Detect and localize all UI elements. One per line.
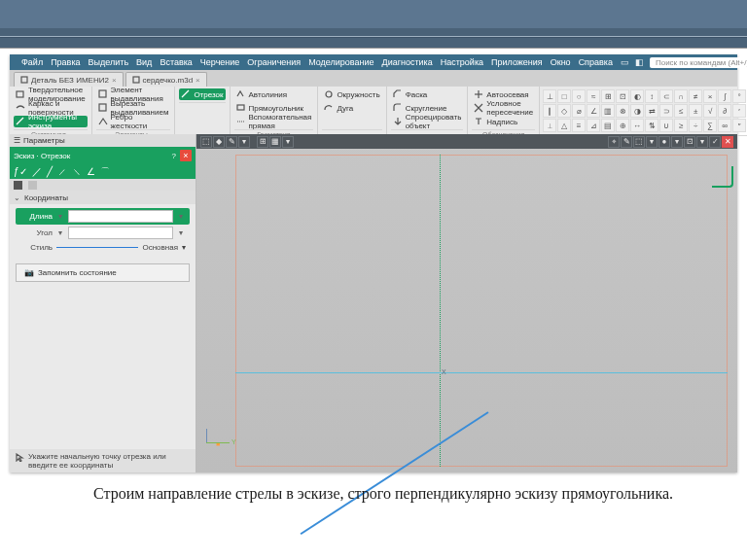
dropdown-icon[interactable]: ▾	[182, 243, 186, 252]
tab-close-icon[interactable]: ×	[196, 76, 200, 85]
menu-item[interactable]: Правка	[51, 57, 80, 67]
view-btn[interactable]: ✎	[226, 136, 237, 148]
apply-icon[interactable]: ƒ✓	[14, 167, 27, 177]
tool-button[interactable]: √	[703, 104, 717, 118]
document-tab[interactable]: сердечко.m3d ×	[125, 72, 207, 87]
menu-item[interactable]: Диагностика	[382, 57, 433, 67]
tool-button[interactable]: ≈	[587, 89, 600, 103]
view-btn[interactable]: ⊡	[684, 136, 695, 148]
field-angle[interactable]: Угол ▾ ▾	[16, 225, 190, 241]
dropdown-icon[interactable]: ▾	[176, 228, 186, 237]
ribbon-cmd-rib[interactable]: Ребро жесткости	[96, 116, 171, 127]
menu-item[interactable]: Справка	[579, 57, 613, 67]
menu-item[interactable]: Черчение	[200, 57, 240, 67]
field-length[interactable]: Длина ▾ ▾	[16, 208, 190, 225]
tool-button[interactable]: ⊥	[543, 89, 556, 103]
tool-button[interactable]: ∪	[659, 119, 673, 132]
command-search[interactable]: Поиск по командам (Alt+/)	[650, 57, 747, 68]
tool-button[interactable]: ≥	[674, 119, 688, 132]
seg-mode-icon[interactable]: ⌒	[100, 167, 110, 177]
tool-button[interactable]: ∑	[703, 119, 717, 132]
ribbon-cmd-project[interactable]: Спроецировать объект	[391, 116, 464, 127]
minitab-icon[interactable]	[14, 181, 22, 190]
tool-button[interactable]: ◐	[630, 89, 644, 103]
tab-close-icon[interactable]: ×	[112, 76, 117, 85]
tool-button[interactable]: ▤	[601, 119, 615, 132]
tool-button[interactable]: ÷	[689, 119, 702, 132]
view-btn[interactable]: ⊞	[257, 136, 268, 148]
menu-item[interactable]: Вставка	[160, 57, 192, 67]
tool-button[interactable]: ′	[732, 104, 746, 118]
tool-button[interactable]: ⊞	[601, 89, 615, 103]
tool-button[interactable]: ⌀	[572, 104, 586, 118]
tool-button[interactable]: ⊗	[616, 104, 629, 118]
minitab-icon[interactable]	[28, 181, 37, 190]
ribbon-cmd-aux-line[interactable]: Вспомогательная прямая	[234, 116, 314, 127]
tool-button[interactable]: ≡	[572, 119, 586, 132]
panel-close-icon[interactable]: ×	[180, 150, 192, 161]
menu-item[interactable]: Приложения	[491, 57, 543, 67]
view-btn[interactable]: ✓	[709, 136, 721, 148]
view-btn[interactable]: ▾	[696, 136, 708, 148]
view-btn[interactable]: ▾	[238, 136, 250, 148]
tool-button[interactable]: ○	[572, 89, 586, 103]
view-btn[interactable]: ◆	[213, 136, 225, 148]
tool-button[interactable]: ∥	[543, 104, 556, 118]
tool-button[interactable]: ∠	[587, 104, 600, 118]
view-btn[interactable]: ●	[658, 136, 670, 148]
view-btn[interactable]: ⌖	[608, 136, 620, 148]
tool-button[interactable]: ∞	[718, 119, 731, 132]
dropdown-icon[interactable]: ▾	[55, 212, 65, 221]
menu-item[interactable]: Ограничения	[247, 57, 301, 67]
tool-button[interactable]: ≠	[689, 89, 702, 103]
ribbon-cmd-chamfer[interactable]: Фаска	[391, 88, 464, 100]
tool-button[interactable]: △	[557, 119, 571, 132]
tool-button[interactable]: ⇄	[645, 104, 658, 118]
save-state-button[interactable]: 📷 Запомнить состояние	[16, 263, 190, 282]
ribbon-cmd-autoline[interactable]: Автолиния	[234, 88, 314, 100]
view-btn[interactable]: ▾	[646, 136, 658, 148]
tool-button[interactable]: □	[557, 89, 571, 103]
ribbon-cmd-arc[interactable]: Дуга	[322, 102, 381, 114]
ribbon-cmd-segment[interactable]: Отрезок	[179, 88, 225, 100]
view-btn[interactable]: ⬚	[633, 136, 645, 148]
tool-button[interactable]: ∫	[718, 89, 731, 103]
sketch-canvas[interactable]: X ■	[196, 149, 737, 472]
tool-button[interactable]: ∂	[718, 104, 731, 118]
tool-button[interactable]: ⊿	[587, 119, 600, 132]
seg-mode-icon[interactable]: ／	[32, 167, 42, 177]
tool-button[interactable]: ⊡	[616, 89, 629, 103]
tool-button[interactable]: ◇	[557, 104, 571, 118]
tool-button[interactable]: ⇅	[645, 119, 658, 132]
tool-button[interactable]: ↔	[630, 119, 644, 132]
layout-toggle-icon[interactable]: ▭	[621, 57, 629, 67]
seg-mode-icon[interactable]: ⟋	[57, 167, 67, 177]
length-input[interactable]	[68, 210, 173, 223]
menu-item[interactable]: Моделирование	[308, 57, 374, 67]
tool-button[interactable]: ″	[732, 119, 746, 132]
tool-button[interactable]: ▥	[601, 104, 615, 118]
viewport[interactable]: ⬚◆✎▾ ⊞▦▾ ⌖✎⬚▾●▾⊡▾✓✕ X ■	[196, 134, 737, 472]
tool-button[interactable]: ⊕	[616, 119, 629, 132]
view-btn[interactable]: ▾	[671, 136, 683, 148]
layout-toggle-icon[interactable]: ◧	[635, 57, 644, 67]
view-btn[interactable]: ✎	[621, 136, 632, 148]
menu-item[interactable]: Настройка	[441, 57, 483, 67]
field-style[interactable]: Стиль Основная ▾	[16, 241, 190, 254]
tool-button[interactable]: ◑	[630, 104, 644, 118]
sketch-mode-icon[interactable]	[712, 166, 733, 188]
help-icon[interactable]: ?	[172, 152, 176, 160]
view-btn[interactable]: ⬚	[200, 136, 212, 148]
menu-item[interactable]: Окно	[551, 57, 571, 67]
ribbon-cmd-sketch[interactable]: Инструменты эскиза	[14, 116, 88, 127]
tool-button[interactable]: °	[732, 89, 746, 103]
tool-button[interactable]: ∩	[674, 89, 688, 103]
section-coordinates[interactable]: ⌄ Координаты	[10, 191, 196, 204]
tool-button[interactable]: ≤	[674, 104, 688, 118]
tool-button[interactable]: ⊂	[659, 89, 673, 103]
ribbon-cmd-intersect[interactable]: Условное пересечение	[472, 102, 535, 114]
menu-item[interactable]: Файл	[21, 57, 43, 67]
angle-input[interactable]	[68, 227, 173, 239]
ribbon-cmd-text[interactable]: Надпись	[472, 116, 535, 127]
view-btn[interactable]: ▾	[282, 136, 294, 148]
